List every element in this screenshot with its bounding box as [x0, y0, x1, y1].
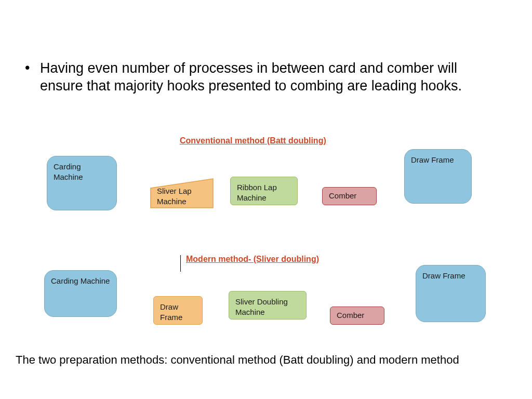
box-sliver-lap-machine: Sliver Lap Machine: [151, 182, 213, 210]
slide-root: • Having even number of processes in bet…: [0, 0, 532, 399]
box-draw-frame-3: Draw Frame: [416, 265, 486, 322]
box-draw-frame-2: Draw Frame: [153, 296, 203, 325]
heading-connector-line: [180, 255, 181, 272]
box-comber-2: Comber: [330, 307, 384, 325]
footer-caption: The two preparation methods: conventiona…: [16, 353, 514, 367]
heading-conventional: Conventional method (Batt doubling): [180, 136, 326, 145]
bullet-dot: •: [25, 60, 30, 76]
heading-modern: Modern method- (Sliver doubling): [186, 255, 319, 264]
box-comber-1: Comber: [322, 187, 377, 205]
box-ribbon-lap-machine: Ribbon Lap Machine: [230, 177, 298, 205]
bullet-text: Having even number of processes in betwe…: [40, 60, 492, 95]
box-carding-machine-1: Carding Machine: [47, 156, 117, 210]
box-sliver-doubling-machine: Sliver Doubling Machine: [229, 291, 307, 320]
box-draw-frame-1: Draw Frame: [404, 149, 472, 204]
box-carding-machine-2: Carding Machine: [44, 270, 117, 317]
